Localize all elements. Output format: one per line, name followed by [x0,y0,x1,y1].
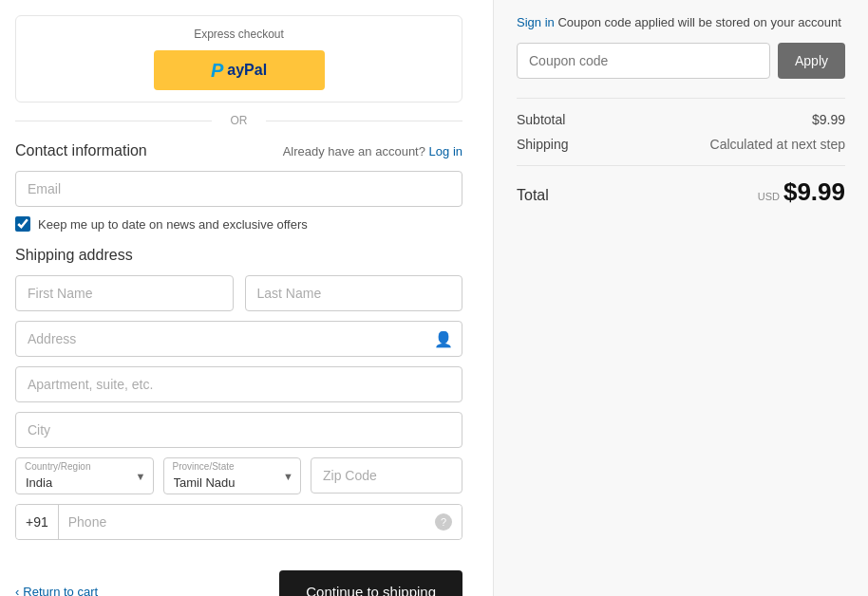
first-name-input[interactable] [15,275,234,311]
zip-input[interactable] [311,457,462,494]
shipping-row: Shipping Calculated at next step [517,137,845,152]
zip-wrapper [311,457,462,494]
apply-button[interactable]: Apply [778,43,845,79]
address-row: 👤 [15,321,462,357]
or-divider: OR [15,114,462,127]
already-account-text: Already have an account? Log in [283,144,462,158]
subtotal-row: Subtotal $9.99 [517,112,845,127]
paypal-button[interactable]: P ayPal [154,50,325,90]
total-label: Total [517,187,549,204]
city-row [15,412,462,448]
shipping-label: Shipping [517,137,569,152]
province-label: Province/State [173,461,235,472]
newsletter-checkbox-row: Keep me up to date on news and exclusive… [15,216,462,232]
newsletter-label: Keep me up to date on news and exclusive… [38,217,308,232]
apt-input[interactable] [15,366,462,402]
right-panel: Sign in Coupon code applied will be stor… [494,0,868,596]
left-panel: Express checkout P ayPal OR Contact info… [0,0,494,596]
express-checkout-section: Express checkout P ayPal [15,15,462,102]
paypal-label: P ayPal [211,60,267,82]
bottom-actions: ‹ Return to cart Continue to shipping [15,559,462,596]
country-label: Country/Region [25,461,90,472]
province-wrapper: Province/State Tamil Nadu Maharashtra Ka… [163,457,302,494]
total-value: $9.99 [783,177,845,207]
coupon-input[interactable] [517,43,770,79]
total-currency: USD [758,191,780,202]
login-link[interactable]: Log in [429,144,462,158]
shipping-title: Shipping address [15,247,133,264]
contact-section-header: Contact information Already have an acco… [15,142,462,159]
phone-help-icon[interactable]: ? [435,513,452,531]
email-row [15,171,462,207]
phone-input[interactable] [59,505,462,539]
subtotal-label: Subtotal [517,112,565,127]
location-selects-row: Country/Region India USA UK ▼ Province/S… [15,457,462,494]
address-input[interactable] [15,321,462,357]
city-input[interactable] [15,412,462,448]
last-name-input[interactable] [245,275,463,311]
shipping-value: Calculated at next step [710,137,845,152]
apt-row [15,366,462,402]
contact-title: Contact information [15,142,147,159]
newsletter-checkbox[interactable] [15,216,30,232]
email-input[interactable] [15,171,462,207]
phone-row: +91 ? [15,504,462,540]
continue-to-shipping-button[interactable]: Continue to shipping [279,570,462,596]
subtotal-value: $9.99 [812,112,845,127]
summary-divider [517,98,845,99]
return-to-cart-link[interactable]: ‹ Return to cart [15,585,98,596]
shipping-header: Shipping address [15,247,462,264]
phone-prefix: +91 [16,505,59,539]
country-wrapper: Country/Region India USA UK ▼ [15,457,154,494]
name-row [15,275,462,311]
express-checkout-label: Express checkout [31,28,446,41]
location-icon: 👤 [434,330,453,348]
total-row: Total USD $9.99 [517,165,845,207]
shipping-section: Shipping address 👤 Country/Region [15,247,462,540]
sign-in-link[interactable]: Sign in [517,15,555,29]
sign-in-row: Sign in Coupon code applied will be stor… [517,15,845,29]
coupon-row: Apply [517,43,845,79]
total-amount: USD $9.99 [758,177,845,207]
chevron-left-icon: ‹ [15,585,19,596]
